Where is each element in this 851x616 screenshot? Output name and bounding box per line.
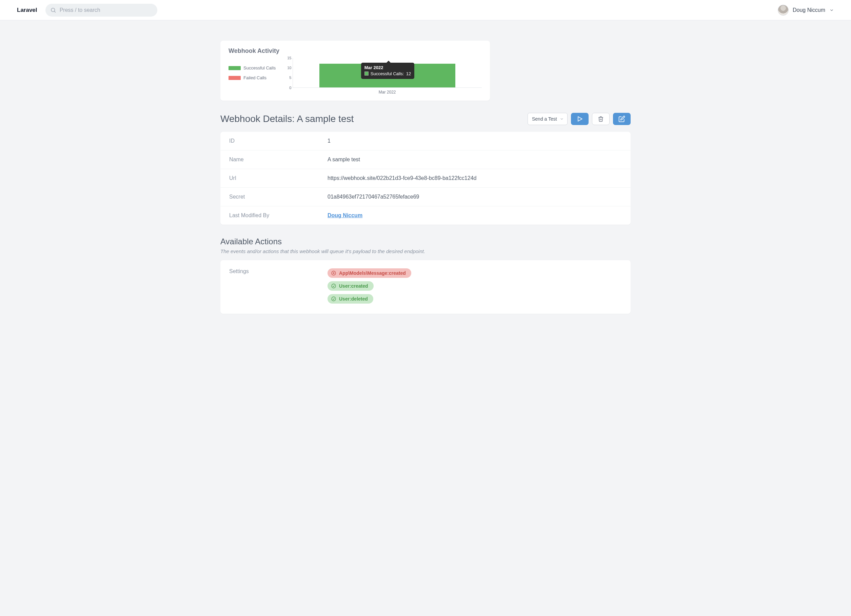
actions-subtitle: The events and/or actions that this webh…	[220, 248, 631, 254]
detail-row-secret: Secret 01a84963ef72170467a52765feface69	[220, 188, 631, 206]
svg-point-7	[332, 297, 336, 301]
action-pill-label: User:created	[339, 283, 368, 289]
chevron-down-icon	[829, 8, 834, 12]
user-menu[interactable]: Doug Niccum	[778, 5, 834, 16]
detail-row-modified-by: Last Modified By Doug Niccum	[220, 206, 631, 225]
swatch-red	[229, 76, 241, 80]
delete-button[interactable]	[592, 113, 610, 125]
action-pill-label: App\Models\Message:created	[339, 270, 406, 276]
action-pill[interactable]: User:created	[328, 281, 374, 291]
chart-plot: 15 10 5 0 Mar 2022 Successful Calls: 12	[285, 58, 482, 94]
send-test-select[interactable]: Send a Test	[528, 113, 568, 125]
actions-pill-list: App\Models\Message:createdUser:createdUs…	[328, 268, 411, 304]
detail-row-id: ID 1	[220, 132, 631, 150]
detail-row-url: Url https://webhook.site/022b21d3-fce9-4…	[220, 169, 631, 188]
actions-settings-label: Settings	[229, 268, 328, 304]
play-icon	[576, 115, 583, 122]
action-pill[interactable]: User:deleted	[328, 294, 373, 304]
x-circle-icon	[331, 270, 336, 276]
search-box[interactable]	[45, 4, 157, 16]
action-pill-label: User:deleted	[339, 296, 368, 301]
search-icon	[50, 7, 56, 13]
chart-tooltip: Mar 2022 Successful Calls: 12	[361, 63, 414, 79]
check-circle-icon	[331, 283, 336, 289]
chart-legend: Successful Calls Failed Calls	[229, 58, 276, 85]
run-button[interactable]	[571, 113, 589, 125]
check-circle-icon	[331, 296, 336, 301]
detail-row-name: Name A sample test	[220, 150, 631, 169]
legend-failed: Failed Calls	[229, 75, 276, 80]
top-bar: Laravel Doug Niccum	[0, 0, 851, 20]
avatar	[778, 5, 789, 16]
actions-card: Settings App\Models\Message:createdUser:…	[220, 260, 631, 314]
svg-point-6	[332, 284, 336, 288]
modified-by-link[interactable]: Doug Niccum	[328, 213, 362, 218]
details-header-row: Webhook Details: A sample test Send a Te…	[220, 113, 631, 125]
svg-line-1	[54, 11, 55, 12]
trash-icon	[598, 116, 604, 122]
details-card: ID 1 Name A sample test Url https://webh…	[220, 132, 631, 225]
tooltip-swatch	[364, 72, 368, 76]
svg-marker-2	[578, 117, 582, 121]
edit-icon	[618, 115, 625, 122]
search-input[interactable]	[60, 7, 153, 13]
page-title: Webhook Details: A sample test	[220, 114, 353, 124]
svg-point-0	[51, 8, 55, 12]
chart-x-label: Mar 2022	[293, 90, 482, 94]
edit-button[interactable]	[613, 113, 631, 125]
brand-logo[interactable]: Laravel	[17, 7, 37, 13]
action-pill[interactable]: App\Models\Message:created	[328, 268, 411, 278]
user-name: Doug Niccum	[793, 7, 825, 13]
swatch-green	[229, 66, 241, 70]
legend-success: Successful Calls	[229, 65, 276, 70]
chart-title: Webhook Activity	[229, 48, 482, 55]
webhook-activity-card: Webhook Activity Successful Calls Failed…	[220, 40, 490, 100]
actions-title: Available Actions	[220, 237, 631, 246]
